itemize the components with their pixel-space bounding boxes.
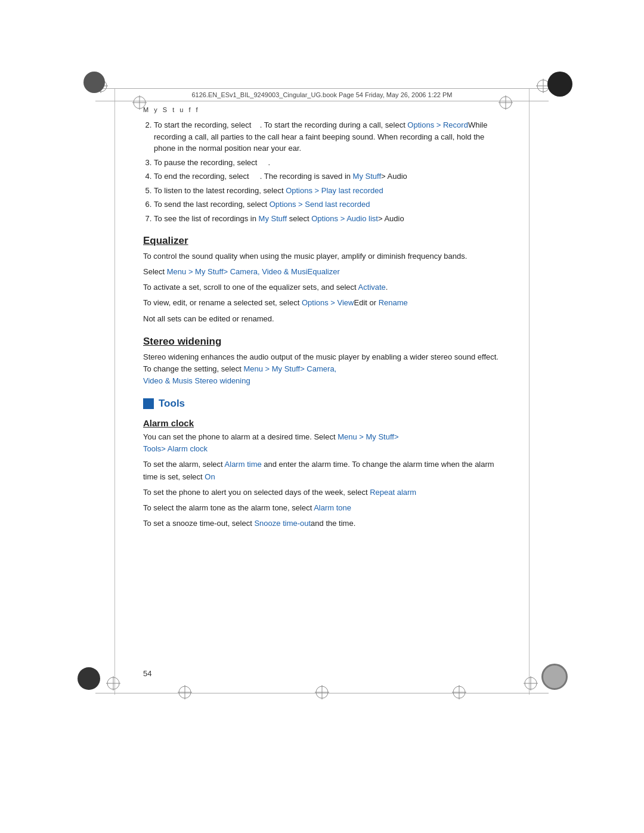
page: 6126.EN_ESv1_BIL_9249003_Cingular_UG.boo… bbox=[0, 0, 644, 833]
item7-select: select bbox=[287, 214, 311, 223]
alarm-tone-line: To select the alarm tone as the alarm to… bbox=[143, 502, 501, 514]
section-label: M y S t u f f bbox=[143, 106, 501, 113]
deco-circle-bl bbox=[78, 667, 100, 690]
file-info: 6126.EN_ESv1_BIL_9249003_Cingular_UG.boo… bbox=[191, 91, 452, 98]
alarm-snooze-before: To set a snooze time-out, select bbox=[143, 519, 252, 528]
alarm-snooze-after: and the time. bbox=[311, 519, 355, 528]
equalizer-edit-connector: Edit bbox=[354, 298, 369, 307]
alarm-tone-before: To select the alarm tone as the alarm to… bbox=[143, 503, 312, 512]
item2-link1[interactable]: Options > Record bbox=[407, 120, 468, 129]
list-item-6: To send the last recording, select Optio… bbox=[154, 199, 501, 210]
alarm-on-link[interactable]: On bbox=[205, 472, 215, 481]
equalizer-note: Not all sets can be edited or renamed. bbox=[143, 313, 501, 325]
alarm-snooze-link[interactable]: Snooze time-out bbox=[252, 519, 311, 528]
equalizer-activate-line: To activate a set, scroll to one of the … bbox=[143, 281, 501, 293]
item6-text-before: To send the last recording, select bbox=[154, 200, 270, 209]
alarm-body1-before: You can set the phone to alarm at a desi… bbox=[143, 432, 336, 441]
alarm-repeat-line: To set the phone to alert you on selecte… bbox=[143, 487, 501, 498]
stereo-widening-link3[interactable]: s Stereo widening bbox=[188, 376, 250, 385]
alarm-repeat-before: To set the phone to alert you on selecte… bbox=[143, 488, 368, 497]
reg-mark-bl2 bbox=[105, 675, 122, 692]
equalizer-edit-line: To view, edit, or rename a selected set,… bbox=[143, 297, 501, 309]
page-number: 54 bbox=[143, 669, 151, 678]
list-item-3: To pause the recording, select . bbox=[154, 157, 501, 169]
alarm-time-link[interactable]: Alarm time bbox=[223, 460, 262, 469]
right-border-line bbox=[529, 88, 530, 695]
equalizer-body1: To control the sound quality when using … bbox=[143, 250, 501, 262]
stereo-widening-link2[interactable]: Video & Musi bbox=[143, 376, 188, 385]
equalizer-edit-or: or bbox=[370, 298, 379, 307]
item4-link1[interactable]: My Stuff bbox=[353, 172, 381, 181]
equalizer-edit-link1[interactable]: Options > View bbox=[302, 298, 354, 307]
list-item-7: To see the list of recordings in My Stuf… bbox=[154, 213, 501, 225]
item2-text-before: To start the recording, select . To star… bbox=[154, 120, 407, 129]
item7-text-after: > Audio bbox=[378, 214, 404, 223]
equalizer-activate-link[interactable]: Activate bbox=[358, 283, 386, 292]
tools-icon-square bbox=[143, 398, 154, 409]
alarm-clock-heading: Alarm clock bbox=[143, 418, 501, 428]
alarm-snooze-line: To set a snooze time-out, select Snooze … bbox=[143, 518, 501, 529]
item7-link2[interactable]: Options > Audio list bbox=[311, 214, 378, 223]
list-item-4: To end the recording, select . The recor… bbox=[154, 171, 501, 182]
stereo-widening-heading: Stereo widening bbox=[143, 336, 501, 348]
item7-text-before: To see the list of recordings in bbox=[154, 214, 259, 223]
alarm-tone-link[interactable]: Alarm tone bbox=[312, 503, 351, 512]
stereo-widening-body: Stereo widening enhances the audio outpu… bbox=[143, 351, 501, 387]
equalizer-select-link2[interactable]: Equalizer bbox=[308, 267, 340, 276]
item6-link1[interactable]: Options > Send last recorded bbox=[270, 200, 370, 209]
alarm-menu-link[interactable]: Menu > My Stuff> bbox=[336, 432, 399, 441]
alarm-repeat-link[interactable]: Repeat alarm bbox=[368, 488, 417, 497]
alarm-tools-link[interactable]: Tools> Alarm clock bbox=[143, 444, 208, 453]
list-item-2: To start the recording, select . To star… bbox=[154, 119, 501, 154]
equalizer-select-line: Select Menu > My Stuff> Camera, Video & … bbox=[143, 266, 501, 278]
list-item-5: To listen to the latest recording, selec… bbox=[154, 185, 501, 197]
reg-mark-br2 bbox=[522, 675, 539, 692]
item7-link1[interactable]: My Stuff bbox=[259, 214, 287, 223]
deco-circle-tl bbox=[83, 72, 105, 93]
equalizer-activate-before: To activate a set, scroll to one of the … bbox=[143, 283, 358, 292]
reg-mark-bc bbox=[314, 684, 330, 701]
equalizer-heading: Equalizer bbox=[143, 235, 501, 247]
tools-heading-container: Tools bbox=[143, 398, 501, 410]
equalizer-select-link[interactable]: Menu > My Stuff> Camera, Video & Musi bbox=[167, 267, 308, 276]
stereo-widening-link1[interactable]: Menu > My Stuff> Camera, bbox=[242, 364, 336, 373]
reg-mark-br1 bbox=[451, 684, 467, 701]
alarm-clock-body1: You can set the phone to alarm at a desi… bbox=[143, 431, 501, 455]
header-bar: 6126.EN_ESv1_BIL_9249003_Cingular_UG.boo… bbox=[95, 88, 549, 101]
numbered-list: To start the recording, select . To star… bbox=[154, 119, 501, 224]
tools-heading: Tools bbox=[159, 398, 185, 410]
item4-text-before: To end the recording, select . The recor… bbox=[154, 172, 353, 181]
equalizer-select-before: Select bbox=[143, 267, 167, 276]
equalizer-activate-period: . bbox=[386, 283, 388, 292]
reg-mark-bl1 bbox=[177, 684, 193, 701]
item5-link1[interactable]: Options > Play last recorded bbox=[286, 186, 383, 195]
deco-circle-br bbox=[541, 664, 568, 690]
main-content: M y S t u f f To start the recording, se… bbox=[143, 106, 501, 533]
item5-text-before: To listen to the latest recording, selec… bbox=[154, 186, 286, 195]
deco-circle-tr bbox=[547, 72, 572, 97]
item3-text: To pause the recording, select . bbox=[154, 158, 270, 167]
left-border-line bbox=[114, 88, 115, 695]
equalizer-edit-before: To view, edit, or rename a selected set,… bbox=[143, 298, 302, 307]
item4-connector: > Audio bbox=[381, 172, 407, 181]
alarm-set-line: To set the alarm, select Alarm time and … bbox=[143, 459, 501, 482]
equalizer-edit-link2[interactable]: Rename bbox=[379, 298, 408, 307]
alarm-set-before: To set the alarm, select bbox=[143, 460, 223, 469]
